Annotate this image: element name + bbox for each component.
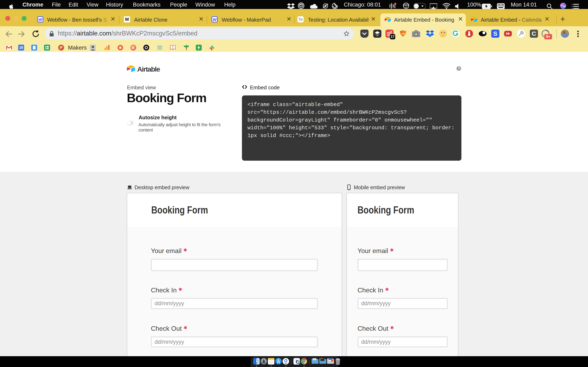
svg-text:⓵: ⓵: [299, 3, 303, 8]
